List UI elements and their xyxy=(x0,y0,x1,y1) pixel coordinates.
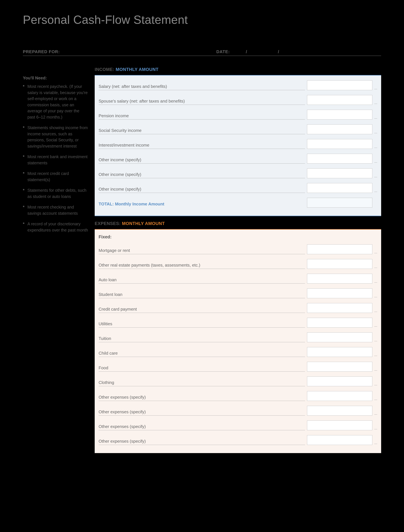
income-row-label: Other income (specify) xyxy=(98,172,305,178)
income-row: Social Security income xyxy=(98,124,377,134)
sidebar-item: Most recent credit card statement(s) xyxy=(23,171,88,183)
expense-row: Utilities xyxy=(98,318,377,328)
row-tail xyxy=(374,104,377,104)
expense-input-child-care[interactable] xyxy=(307,347,372,357)
expense-row-label: Child care xyxy=(98,351,305,357)
income-input-other-2[interactable] xyxy=(307,168,372,178)
expense-input-real-estate[interactable] xyxy=(307,259,372,269)
expense-row-label: Tuition xyxy=(98,336,305,342)
row-tail xyxy=(374,268,377,268)
row-tail xyxy=(374,282,377,283)
row-tail xyxy=(374,400,377,400)
expense-input-student-loan[interactable] xyxy=(307,288,372,298)
income-row: Other income (specify) xyxy=(98,183,377,193)
header-row: PREPARED FOR: DATE: / / xyxy=(23,49,381,56)
sidebar-item: Most recent bank and investment statemen… xyxy=(23,154,88,166)
income-input-total[interactable] xyxy=(307,198,372,208)
income-input-interest[interactable] xyxy=(307,139,372,149)
expenses-header: EXPENSES: MONTHLY AMOUNT xyxy=(95,221,381,226)
expense-row-label: Mortgage or rent xyxy=(98,248,305,254)
expenses-fixed-label: Fixed: xyxy=(98,234,377,240)
expense-row-label: Clothing xyxy=(98,380,305,386)
expense-row: Other expenses (specify) xyxy=(98,406,377,416)
expense-input-other-2[interactable] xyxy=(307,406,372,416)
income-input-salary[interactable] xyxy=(307,80,372,90)
expense-input-other-1[interactable] xyxy=(307,391,372,401)
row-tail xyxy=(374,444,377,444)
income-row-label: Salary (net: after taxes and benefits) xyxy=(98,84,305,90)
date-label-group: DATE: / / xyxy=(216,49,381,54)
expense-row: Credit card payment xyxy=(98,303,377,313)
income-row-label: Pension income xyxy=(98,113,305,120)
income-input-other-1[interactable] xyxy=(307,154,372,164)
expense-row-label: Other expenses (specify) xyxy=(98,395,305,401)
page-title: Personal Cash-Flow Statement xyxy=(23,13,381,26)
income-input-social-security[interactable] xyxy=(307,124,372,134)
expense-row-label: Auto loan xyxy=(98,277,305,284)
expense-input-auto-loan[interactable] xyxy=(307,274,372,284)
expense-row: Food xyxy=(98,362,377,372)
date-slash-2: / xyxy=(278,49,279,54)
row-tail xyxy=(374,312,377,312)
row-tail xyxy=(374,385,377,385)
income-row: Interest/investment income xyxy=(98,139,377,149)
row-tail xyxy=(374,148,377,148)
expenses-panel: Fixed: Mortgage or rent Other real estat… xyxy=(95,229,381,453)
row-tail xyxy=(374,370,377,371)
expense-row: Tuition xyxy=(98,332,377,342)
expense-input-credit-card[interactable] xyxy=(307,303,372,313)
expense-row: Other expenses (specify) xyxy=(98,420,377,430)
row-tail xyxy=(374,162,377,163)
sidebar-item: Statements showing income from income so… xyxy=(23,125,88,149)
expense-input-food[interactable] xyxy=(307,362,372,372)
sidebar-title: You'll Need: xyxy=(23,76,88,81)
income-total-row: TOTAL: Monthly Income Amount xyxy=(98,198,377,208)
income-input-other-3[interactable] xyxy=(307,183,372,193)
expense-row: Student loan xyxy=(98,288,377,298)
row-tail xyxy=(374,356,377,356)
income-row-label: Social Security income xyxy=(98,128,305,134)
income-row: Pension income xyxy=(98,110,377,120)
row-tail xyxy=(374,133,377,133)
sidebar-item: Most recent paycheck. (If your salary is… xyxy=(23,83,88,120)
expense-row: Clothing xyxy=(98,376,377,386)
expense-row: Mortgage or rent xyxy=(98,244,377,254)
expense-input-clothing[interactable] xyxy=(307,376,372,386)
income-input-spouse-salary[interactable] xyxy=(307,95,372,105)
income-input-pension[interactable] xyxy=(307,110,372,120)
expense-row-label: Other expenses (specify) xyxy=(98,439,305,445)
expense-input-other-3[interactable] xyxy=(307,420,372,430)
row-tail xyxy=(374,118,377,119)
income-row: Other income (specify) xyxy=(98,168,377,178)
expense-row-label: Other expenses (specify) xyxy=(98,409,305,416)
income-row-label: Other income (specify) xyxy=(98,157,305,164)
expense-input-other-4[interactable] xyxy=(307,435,372,445)
expense-input-utilities[interactable] xyxy=(307,318,372,328)
sidebar: You'll Need: Most recent paycheck. (If y… xyxy=(23,66,88,453)
income-header: INCOME: MONTHLY AMOUNT xyxy=(95,67,381,72)
income-total-label: TOTAL: Monthly Income Amount xyxy=(98,202,305,208)
income-header-prefix: INCOME: xyxy=(95,67,114,72)
row-tail xyxy=(374,89,377,89)
date-slash-1: / xyxy=(246,49,247,54)
content: INCOME: MONTHLY AMOUNT Salary (net: afte… xyxy=(95,66,381,453)
expenses-header-prefix: EXPENSES: xyxy=(95,221,121,226)
expenses-header-suffix: MONTHLY AMOUNT xyxy=(122,221,165,226)
expense-row-label: Utilities xyxy=(98,321,305,328)
expense-input-mortgage[interactable] xyxy=(307,244,372,254)
expense-row-label: Credit card payment xyxy=(98,307,305,313)
income-panel: Salary (net: after taxes and benefits) S… xyxy=(95,75,381,216)
income-row-label: Interest/investment income xyxy=(98,143,305,149)
expense-row-label: Other real estate payments (taxes, asses… xyxy=(98,263,305,269)
expense-row: Other expenses (specify) xyxy=(98,435,377,445)
expense-input-tuition[interactable] xyxy=(307,332,372,342)
row-tail xyxy=(374,297,377,297)
date-label: DATE: xyxy=(216,49,230,54)
expense-row: Other real estate payments (taxes, asses… xyxy=(98,259,377,269)
expense-row: Auto loan xyxy=(98,274,377,284)
expense-row-label: Other expenses (specify) xyxy=(98,424,305,430)
sidebar-list: Most recent paycheck. (If your salary is… xyxy=(23,83,88,233)
income-header-suffix: MONTHLY AMOUNT xyxy=(116,67,159,72)
sidebar-item: Statements for other debts, such as stud… xyxy=(23,187,88,200)
sidebar-item: A record of your discretionary expenditu… xyxy=(23,221,88,233)
